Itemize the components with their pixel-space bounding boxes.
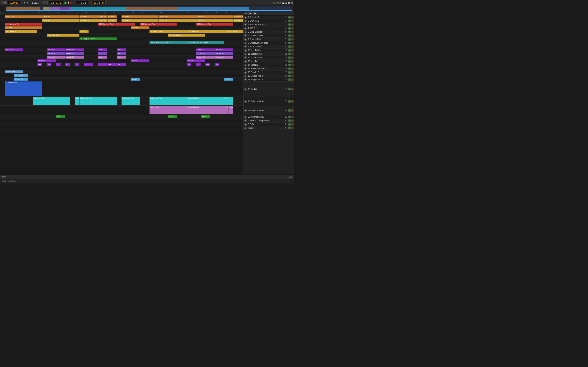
track-row[interactable]: Vocals SliVocals SliVocals SliVocVocVoca… [0,48,243,52]
track-row[interactable]: Oxi Bass RackOxi BOxi Bass RackOxi Bass … [0,30,243,33]
clip[interactable]: Voc [107,63,117,66]
track-play-button[interactable]: ▶ [244,123,247,126]
clip[interactable]: 26-Crossover Syn Bass 4 [187,41,224,44]
zoom-display[interactable]: 40 . 0 . 0 [91,1,105,5]
solo-button[interactable]: S [288,127,291,129]
clip[interactable]: Drum Kit 2 [159,19,196,22]
clip[interactable]: Three Op Bass [168,34,205,37]
track-row[interactable] [0,126,243,129]
track-row[interactable]: Simple Pa [0,74,243,77]
clip[interactable]: Drum Kit 1 [107,15,117,18]
clip[interactable]: Vocals Sli [65,48,84,51]
clip[interactable]: Voc [215,63,219,66]
track-play-button[interactable]: ▶ [244,60,247,63]
clip[interactable]: Drum Kit 2 [233,19,243,22]
clip[interactable]: Side [229,106,233,114]
clip[interactable]: Vocals Sli [196,56,215,59]
track-row[interactable]: A HoA HoA Ho [0,115,243,118]
clip[interactable]: Vocals Sli [215,48,233,51]
clip[interactable]: 24-Deep in Dark 5 [79,37,117,40]
clip[interactable]: Simple Pa [14,78,28,81]
solo-button[interactable]: S [288,53,291,55]
solo-button[interactable]: S [288,88,291,90]
clip[interactable]: Voc [187,63,191,66]
clip[interactable]: Sidechain Pad [33,97,70,105]
clip[interactable]: Vocals Sli [215,56,233,59]
clip[interactable]: Oxi Bass Rack [149,30,187,33]
track-play-button[interactable]: ▶ [244,49,247,52]
record-button[interactable]: ● [70,1,72,5]
clip[interactable]: Sidechain Pad [79,97,117,105]
clip[interactable]: Voc [98,56,107,59]
track-play-button[interactable]: ▶ [244,53,247,55]
clip[interactable]: Simple Pa [224,78,233,81]
solo-button[interactable]: S [288,78,291,81]
clip[interactable]: Voc [196,63,201,66]
solo-button[interactable]: S [288,71,291,74]
clip[interactable]: Voc [117,63,126,66]
track-play-button[interactable]: ▶ [244,71,247,74]
solo-button[interactable]: S [288,119,291,122]
clip[interactable]: Oxi B [79,30,89,33]
clip[interactable]: Drum Kit 2 [98,19,107,22]
track-row[interactable] [0,118,243,122]
mute-button[interactable]: ● [291,49,294,52]
clip[interactable]: Voc [117,56,126,59]
clip[interactable]: Voc [205,63,210,66]
time-sig[interactable]: 4 / 4 [24,2,28,4]
track-row[interactable]: 26-Crossover Syn Bass 426-Crossover Syn … [0,41,243,44]
set-prev[interactable]: ◀ [248,12,252,15]
track-play-button[interactable]: ▶ [244,20,247,22]
key-label[interactable]: Key [272,2,275,4]
solo-button[interactable]: S [288,75,291,77]
clip[interactable]: Sidechain Pad [121,97,140,105]
clip[interactable]: Drum Kit 1 [159,15,196,18]
track-play-button[interactable]: ▶ [244,78,247,81]
track-play-button[interactable]: ▶ [244,127,247,129]
clip[interactable]: Vocals Sli [65,52,84,55]
clip[interactable]: Vocals 1 [131,59,149,62]
mute-button[interactable]: ● [291,38,294,41]
mute-button[interactable]: ● [291,67,294,70]
clip[interactable]: Voc [98,52,107,55]
set-next[interactable]: ▶ [253,12,257,15]
track-play-button[interactable]: ▶ [244,64,247,67]
mute-button[interactable]: ● [291,34,294,37]
clip[interactable]: V [65,63,70,66]
clip[interactable]: A Ho [201,115,210,118]
track-play-button[interactable]: ▶ [244,16,247,19]
mute-button[interactable]: ● [291,109,294,112]
mute-button[interactable]: ● [291,42,294,44]
tap-button[interactable]: Tap [1,1,7,4]
track-row[interactable]: Three Op BassThree Op Bass [0,33,243,37]
mute-button[interactable]: ● [291,64,294,66]
clip[interactable]: 27-Evolution 5 [5,81,42,96]
clip[interactable]: Voc [37,63,42,66]
clip[interactable]: Drum Kit 1 [121,15,159,18]
clip[interactable]: Vocals Sli [196,48,215,51]
track-play-button[interactable]: ▶ [244,119,247,122]
clip[interactable]: Drum Kit 2 [79,19,98,22]
clip[interactable]: Drum Kit 1 [5,15,42,18]
solo-button[interactable]: S [288,31,291,33]
loop-mode[interactable]: 8 Bars [32,2,39,4]
clip[interactable]: A Ho [168,115,177,118]
clip[interactable]: Drum Kit 2 [107,19,117,22]
solo-button[interactable]: S [288,116,291,118]
track-play-button[interactable]: ▶ [244,67,247,70]
track-row[interactable] [0,44,243,48]
clip[interactable]: 808 Kick and Rim [98,23,135,26]
mute-button[interactable]: ● [291,20,294,22]
track-row[interactable]: 27-Evolution 5 [0,81,243,96]
mute-button[interactable]: ● [291,24,294,26]
track-row[interactable]: Sidechain PadSideSidechain PadSidechain … [0,96,243,106]
track-play-button[interactable]: ▶ [244,88,247,91]
track-play-button[interactable]: ▶ [244,56,247,59]
clip[interactable]: Drum Kit 2 [196,19,233,22]
mute-button[interactable]: ● [291,71,294,74]
clip[interactable]: 808 Kick and Rim [196,23,233,26]
clip[interactable]: Drum Kit 2 [121,19,159,22]
mute-button[interactable]: ● [291,75,294,77]
mute-button[interactable]: ● [291,116,294,118]
solo-button[interactable]: S [288,109,291,112]
